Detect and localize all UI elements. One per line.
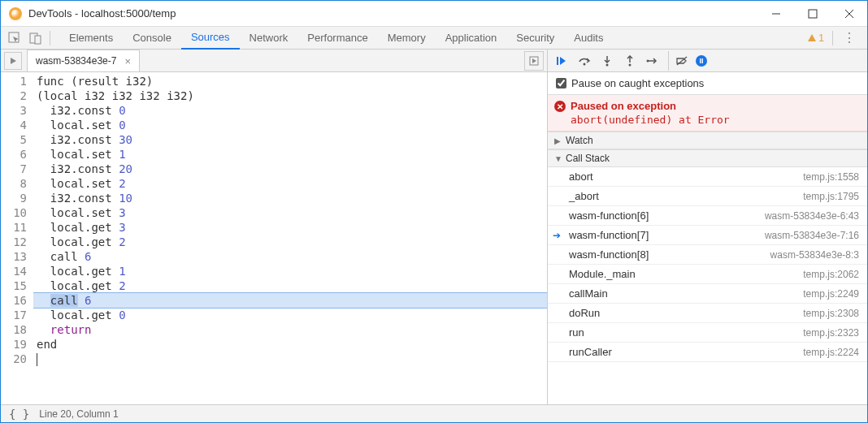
minimize-button[interactable] <box>757 2 794 26</box>
frame-function: wasm-function[7] <box>569 229 649 241</box>
run-snippet-icon[interactable] <box>524 51 544 71</box>
code-editor[interactable]: 1234567891011121314151617181920 func (re… <box>1 72 547 404</box>
pause-on-caught-input[interactable] <box>556 78 566 88</box>
expand-icon: ▼ <box>554 154 562 163</box>
frame-function: wasm-function[6] <box>569 209 649 222</box>
code-line[interactable]: call 6 <box>33 292 547 309</box>
braces-icon[interactable]: { } <box>9 408 29 421</box>
frame-function: run <box>569 326 584 339</box>
tab-elements[interactable]: Elements <box>59 27 123 50</box>
callstack-frame[interactable]: wasm-function[6]wasm-53834e3e-6:43 <box>548 206 867 226</box>
frame-function: abort <box>569 170 593 183</box>
step-out-button[interactable] <box>619 51 640 71</box>
maximize-button[interactable] <box>794 2 831 26</box>
tab-memory[interactable]: Memory <box>378 27 436 50</box>
code-line[interactable]: local.get 3 <box>33 220 547 235</box>
code-line[interactable]: i32.const 30 <box>33 132 547 147</box>
code-line[interactable]: (local i32 i32 i32 i32) <box>33 88 547 103</box>
callstack-frame[interactable]: ➔wasm-function[7]wasm-53834e3e-7:16 <box>548 226 867 245</box>
file-tab-name: wasm-53834e3e-7 <box>36 55 116 67</box>
current-frame-icon: ➔ <box>553 230 561 241</box>
frame-location: wasm-53834e3e-8:3 <box>770 249 859 261</box>
callstack-frame[interactable]: Module._maintemp.js:2062 <box>548 265 867 284</box>
pause-on-caught-checkbox[interactable]: Pause on caught exceptions <box>548 72 867 95</box>
error-icon: ✕ <box>554 101 566 112</box>
callstack-section-header[interactable]: ▼ Call Stack <box>548 149 867 167</box>
callstack-frame[interactable]: doRuntemp.js:2308 <box>548 304 867 323</box>
code-line[interactable]: i32.const 20 <box>33 162 547 176</box>
watch-label: Watch <box>566 135 593 146</box>
more-menu-icon[interactable]: ⋮ <box>835 30 864 45</box>
frame-location: wasm-53834e3e-6:43 <box>765 210 859 222</box>
code-line[interactable]: return <box>33 322 547 337</box>
frame-location: temp.js:1558 <box>803 171 859 183</box>
callstack-frame[interactable]: aborttemp.js:1558 <box>548 167 867 187</box>
tab-sources[interactable]: Sources <box>181 27 240 50</box>
svg-point-9 <box>606 63 609 66</box>
tab-console[interactable]: Console <box>123 27 181 50</box>
code-line[interactable]: end <box>33 337 547 352</box>
navigator-toggle-icon[interactable] <box>4 52 22 70</box>
tab-audits[interactable]: Audits <box>564 27 613 50</box>
frame-location: wasm-53834e3e-7:16 <box>765 230 859 241</box>
window-titlebar: DevTools - localhost:5000/temp <box>1 1 867 27</box>
frame-location: temp.js:2249 <box>803 288 859 300</box>
code-line[interactable] <box>33 352 547 366</box>
callstack-frame[interactable]: runtemp.js:2323 <box>548 323 867 343</box>
watch-section-header[interactable]: ▶ Watch <box>548 132 867 149</box>
device-toggle-icon[interactable] <box>25 28 46 49</box>
exception-notice: ✕ Paused on exception abort(undefined) a… <box>548 95 867 132</box>
code-line[interactable]: local.get 2 <box>33 278 547 293</box>
exception-title: Paused on exception <box>571 100 861 112</box>
devtools-app-icon <box>9 7 22 20</box>
code-line[interactable]: i32.const 10 <box>33 191 547 205</box>
code-line[interactable]: i32.const 0 <box>33 103 547 118</box>
callstack-frame[interactable]: _aborttemp.js:1795 <box>548 187 867 206</box>
pause-on-exceptions-button[interactable]: II <box>691 51 712 71</box>
callstack-frame[interactable]: runCallertemp.js:2224 <box>548 343 867 362</box>
frame-function: doRun <box>569 307 600 319</box>
step-into-button[interactable] <box>597 51 618 71</box>
status-bar: { } Line 20, Column 1 <box>1 404 867 422</box>
frame-function: runCaller <box>569 346 612 358</box>
warning-count: 1 <box>818 32 824 44</box>
code-line[interactable]: local.set 1 <box>33 147 547 162</box>
cursor-position: Line 20, Column 1 <box>39 408 118 420</box>
step-button[interactable] <box>642 51 663 71</box>
collapse-icon: ▶ <box>554 136 562 145</box>
close-tab-icon[interactable]: × <box>121 55 134 67</box>
code-line[interactable]: local.get 1 <box>33 264 547 278</box>
svg-point-8 <box>584 63 586 65</box>
sources-panel: wasm-53834e3e-7 × 1234567891011121314151… <box>1 50 548 404</box>
deactivate-breakpoints-button[interactable] <box>668 51 689 71</box>
code-line[interactable]: func (result i32) <box>33 74 547 88</box>
devtools-tabs: ElementsConsoleSourcesNetworkPerformance… <box>1 27 867 50</box>
file-tab-bar: wasm-53834e3e-7 × <box>1 50 547 72</box>
callstack-frame[interactable]: wasm-function[8]wasm-53834e3e-8:3 <box>548 245 867 265</box>
file-tab[interactable]: wasm-53834e3e-7 × <box>27 50 140 71</box>
callstack-frame[interactable]: callMaintemp.js:2249 <box>548 284 867 304</box>
code-line[interactable]: local.set 0 <box>33 118 547 132</box>
frame-location: temp.js:2323 <box>803 327 859 339</box>
code-line[interactable]: local.get 2 <box>33 235 547 249</box>
window-title: DevTools - localhost:5000/temp <box>28 7 757 19</box>
resume-button[interactable] <box>551 51 572 71</box>
svg-rect-6 <box>35 36 41 44</box>
code-line[interactable]: local.set 3 <box>33 205 547 220</box>
step-over-button[interactable] <box>574 51 595 71</box>
exception-message: abort(undefined) at Error <box>571 114 861 126</box>
tab-performance[interactable]: Performance <box>297 27 377 50</box>
tab-network[interactable]: Network <box>240 27 298 50</box>
code-line[interactable]: call 6 <box>33 249 547 264</box>
frame-location: temp.js:2062 <box>803 269 859 280</box>
close-button[interactable] <box>831 2 867 26</box>
debugger-toolbar: II <box>548 50 867 72</box>
code-line[interactable]: local.get 0 <box>33 308 547 322</box>
inspect-icon[interactable] <box>4 28 25 49</box>
debugger-panel: II Pause on caught exceptions ✕ Paused o… <box>548 50 867 404</box>
warning-badge[interactable]: 1 <box>807 32 824 44</box>
tab-security[interactable]: Security <box>506 27 564 50</box>
code-line[interactable]: local.set 2 <box>33 176 547 191</box>
frame-function: _abort <box>569 190 599 202</box>
tab-application[interactable]: Application <box>436 27 507 50</box>
